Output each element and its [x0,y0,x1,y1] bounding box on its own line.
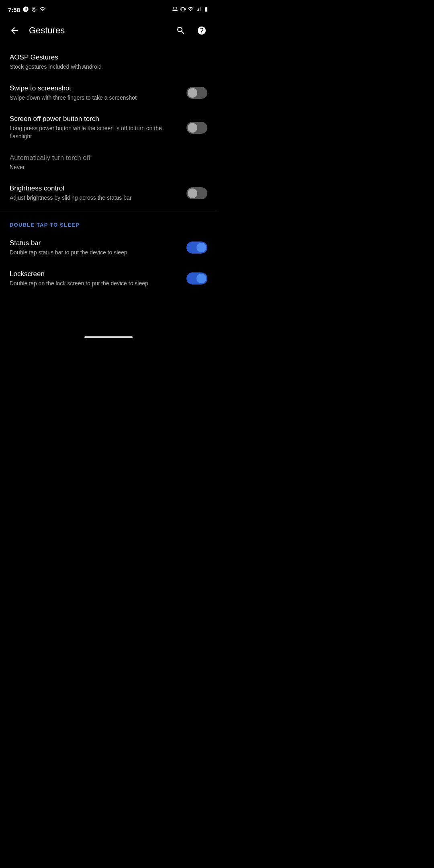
lockscreen-sleep-subtitle: Double tap on the lock screen to put the… [10,280,180,288]
auto-torch-off-item: Automatically turn torch off Never [0,147,217,178]
aosp-gestures-title: AOSP Gestures [10,53,201,62]
lockscreen-sleep-title: Lockscreen [10,270,180,278]
vibrate-icon [180,6,186,13]
screen-icon [172,6,178,13]
status-bar-sleep-title: Status bar [10,239,180,248]
screen-off-torch-item[interactable]: Screen off power button torch Long press… [0,108,217,147]
signal-bars-icon [196,6,201,13]
swipe-screenshot-title: Swipe to screenshot [10,84,180,93]
app-bar: Gestures [0,18,217,43]
google-icon [23,6,29,14]
toggle-thumb [188,88,197,98]
home-indicator [84,336,133,338]
settings-content: AOSP Gestures Stock gestures included wi… [0,43,217,297]
auto-torch-off-text: Automatically turn torch off Never [10,154,207,172]
status-time: 7:58 [8,6,20,13]
screen-off-torch-text: Screen off power button torch Long press… [10,115,186,140]
auto-torch-off-subtitle: Never [10,164,201,172]
aosp-gestures-item[interactable]: AOSP Gestures Stock gestures included wi… [0,47,217,78]
page-title: Gestures [29,25,172,36]
swipe-screenshot-toggle[interactable] [186,87,207,99]
lockscreen-sleep-item[interactable]: Lockscreen Double tap on the lock screen… [0,263,217,294]
battery-icon [203,6,209,13]
status-bar-sleep-item[interactable]: Status bar Double tap status bar to put … [0,232,217,263]
search-button[interactable] [172,22,190,39]
toggle-thumb [188,188,197,198]
swipe-screenshot-subtitle: Swipe down with three fingers to take a … [10,94,180,102]
app-bar-actions [172,22,211,39]
brightness-control-subtitle: Adjust brightness by sliding across the … [10,194,180,202]
double-tap-section-header: DOUBLE TAP TO SLEEP [0,214,217,232]
wifi-icon [188,6,194,13]
screen-off-torch-subtitle: Long press power button while the screen… [10,125,180,140]
back-button[interactable] [6,23,23,39]
status-bar-sleep-subtitle: Double tap status bar to put the device … [10,249,180,257]
status-bar-left: 7:58 [8,6,46,14]
aosp-gestures-text: AOSP Gestures Stock gestures included wi… [10,53,207,71]
screen-off-torch-title: Screen off power button torch [10,115,180,123]
screen-off-torch-toggle[interactable] [186,122,207,134]
lockscreen-sleep-text: Lockscreen Double tap on the lock screen… [10,270,186,288]
aosp-gestures-subtitle: Stock gestures included with Android [10,63,201,71]
status-bar-sleep-text: Status bar Double tap status bar to put … [10,239,186,257]
status-bar-right [172,6,209,13]
brightness-control-item[interactable]: Brightness control Adjust brightness by … [0,178,217,209]
status-bar: 7:58 [0,0,217,18]
section-divider [0,211,217,211]
brightness-control-text: Brightness control Adjust brightness by … [10,184,186,202]
signal-icon [39,6,46,14]
at-icon [31,6,37,13]
brightness-control-title: Brightness control [10,184,180,193]
toggle-thumb [197,274,206,283]
swipe-screenshot-item[interactable]: Swipe to screenshot Swipe down with thre… [0,78,217,108]
lockscreen-sleep-toggle[interactable] [186,272,207,285]
double-tap-section-title: DOUBLE TAP TO SLEEP [10,222,80,228]
status-bar-sleep-toggle[interactable] [186,242,207,254]
help-button[interactable] [193,22,211,39]
auto-torch-off-title: Automatically turn torch off [10,154,201,162]
swipe-screenshot-text: Swipe to screenshot Swipe down with thre… [10,84,186,102]
toggle-thumb [188,123,197,133]
brightness-control-toggle[interactable] [186,187,207,199]
